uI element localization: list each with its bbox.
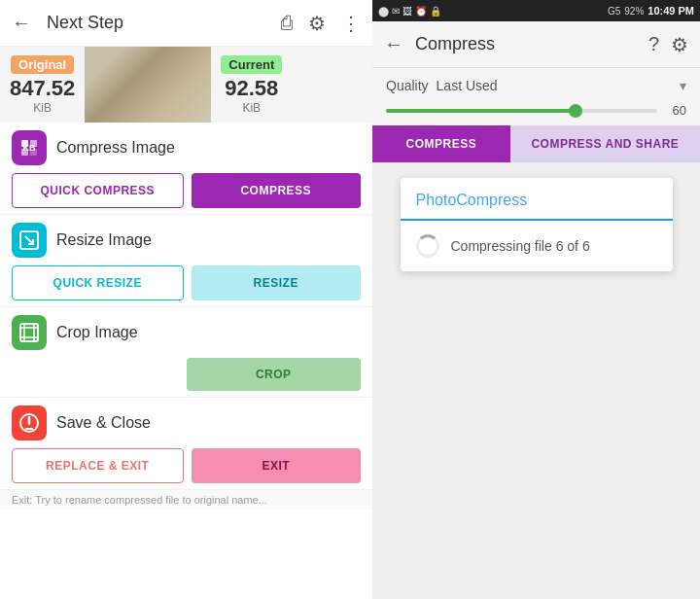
tabs-row: COMPRESS COMPRESS AND SHARE [372,125,700,162]
current-label: Current [221,55,282,74]
current-size: 92.58 [225,76,278,101]
footer-note: Exit: Try to rename compressed file to o… [0,490,372,510]
save-title: Save & Close [56,414,151,432]
image-strip: Original 847.52 KiB Current 92.58 KiB [0,47,372,123]
compress-svg: KB [18,137,40,159]
dropdown-icon[interactable]: ▾ [680,78,686,93]
left-header: ← Next Step ⎙ ⚙ ⋮ [0,0,372,47]
quality-label: Quality [386,78,429,93]
alarm-icon: ⏰ [415,6,427,17]
resize-section: Resize Image QUICK RESIZE RESIZE [0,215,372,307]
compress-section: KB Compress Image QUICK COMPRESS COMPRES… [0,123,372,215]
original-block: Original 847.52 KiB [0,47,85,123]
right-header: ← Compress ? ⚙ [372,21,700,68]
left-panel: ← Next Step ⎙ ⚙ ⋮ Original 847.52 KiB Cu… [0,0,372,599]
right-panel: ⬤ ✉ 🖼 ⏰ 🔒 G5 92% 10:49 PM ← Compress ? ⚙… [372,0,700,599]
dialog-card: PhotoCompress Compressing file 6 of 6 [401,178,673,271]
current-unit: KiB [242,101,261,115]
time-text: 10:49 PM [648,5,694,17]
help-icon[interactable]: ? [648,33,659,56]
settings-icon[interactable]: ⚙ [308,12,326,35]
compress-icon: KB [12,130,47,165]
photo-icon: 🖼 [402,6,412,17]
right-page-title: Compress [415,34,637,54]
share-icon[interactable]: ⎙ [281,12,293,34]
thumbnail [85,47,211,123]
compress-button[interactable]: COMPRESS [192,173,362,208]
compress-header: KB Compress Image [12,130,361,165]
crop-icon [12,315,47,350]
crop-buttons: CROP [12,358,361,391]
save-section: Save & Close REPLACE & EXIT EXIT [0,398,372,490]
compress-buttons: QUICK COMPRESS COMPRESS [12,173,361,208]
svg-text:KB: KB [23,143,36,153]
resize-button[interactable]: RESIZE [192,265,362,300]
quality-row: Quality Last Used ▾ [372,68,700,103]
slider-row: 60 [372,103,700,125]
dialog-area: PhotoCompress Compressing file 6 of 6 [372,162,700,599]
status-right: G5 92% 10:49 PM [608,5,694,17]
battery-text: 92% [624,6,644,17]
original-unit: KiB [33,101,52,115]
resize-title: Resize Image [56,231,152,249]
right-header-icons: ? ⚙ [648,33,688,56]
more-icon[interactable]: ⋮ [341,12,361,35]
tab-compress-share[interactable]: COMPRESS AND SHARE [510,125,700,162]
original-label: Original [11,55,74,74]
tab-compress[interactable]: COMPRESS [372,125,510,162]
progress-spinner [416,234,439,258]
replace-exit-button[interactable]: REPLACE & EXIT [12,448,184,483]
resize-buttons: QUICK RESIZE RESIZE [12,265,361,300]
crop-svg [18,322,40,343]
crop-button[interactable]: CROP [187,358,362,391]
quality-slider-track[interactable] [386,109,657,113]
save-header: Save & Close [12,405,361,440]
svg-rect-7 [20,324,38,341]
resize-header: Resize Image [12,223,361,258]
crop-header: Crop Image [12,315,361,350]
dialog-title-row: PhotoCompress [401,178,673,221]
resize-icon [12,223,47,258]
current-block: Current 92.58 KiB [211,47,292,123]
dialog-title: PhotoCompress [416,192,528,208]
crop-title: Crop Image [56,324,138,341]
msg-icon: ✉ [392,6,400,17]
quick-compress-button[interactable]: QUICK COMPRESS [12,173,184,208]
resize-svg [18,229,40,251]
save-svg [18,412,40,434]
svg-line-6 [25,236,33,244]
crop-section: Crop Image CROP [0,307,372,398]
back-icon[interactable]: ← [12,12,31,34]
slider-thumb[interactable] [569,104,582,118]
page-title: Next Step [47,13,265,33]
status-icons: ⬤ ✉ 🖼 ⏰ 🔒 [378,6,604,17]
quality-value: Last Used [437,78,672,93]
compress-title: Compress Image [56,139,175,157]
quick-resize-button[interactable]: QUICK RESIZE [12,265,184,300]
dialog-body: Compressing file 6 of 6 [401,221,673,271]
dialog-message: Compressing file 6 of 6 [451,238,590,254]
status-bar: ⬤ ✉ 🖼 ⏰ 🔒 G5 92% 10:49 PM [372,0,700,21]
exit-button[interactable]: EXIT [192,448,362,483]
save-icon [12,405,47,440]
original-size: 847.52 [10,76,75,101]
whatsapp-icon: ⬤ [378,6,389,17]
right-back-icon[interactable]: ← [384,33,403,55]
right-settings-icon[interactable]: ⚙ [671,33,688,56]
slider-fill [386,109,576,113]
thumbnail-figure [85,47,211,123]
signal-text: G5 [608,6,620,17]
slider-value: 60 [665,103,686,118]
save-buttons: REPLACE & EXIT EXIT [12,448,361,483]
lock-icon: 🔒 [430,6,441,17]
